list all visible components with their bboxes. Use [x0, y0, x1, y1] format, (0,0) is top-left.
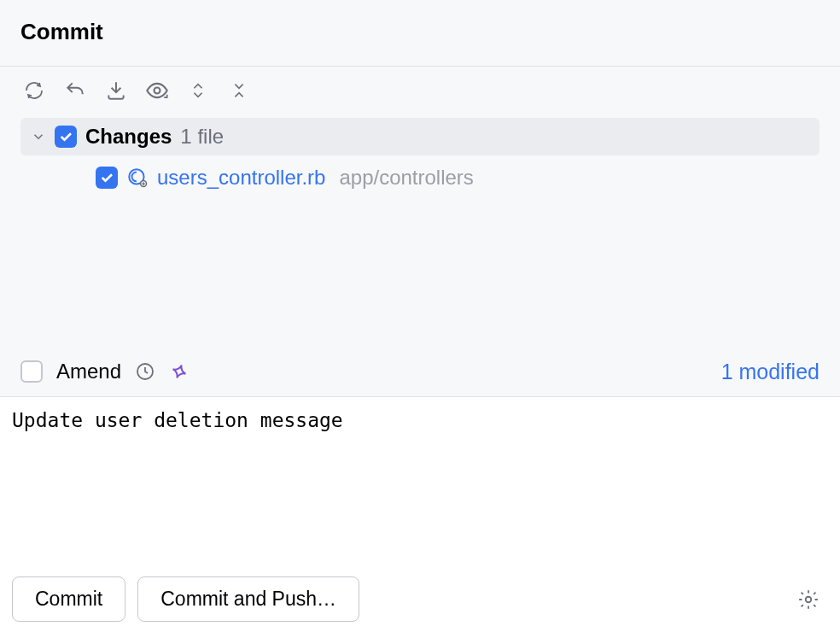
gear-icon[interactable] [797, 588, 820, 611]
chevron-down-icon[interactable] [31, 129, 46, 144]
changes-label: Changes [85, 125, 172, 149]
amend-checkbox[interactable] [20, 360, 43, 383]
commit-and-push-button[interactable]: Commit and Push… [137, 576, 359, 622]
changes-checkbox[interactable] [55, 126, 77, 148]
file-name: users_controller.rb [157, 166, 325, 190]
modified-count[interactable]: 1 modified [721, 360, 820, 384]
shelve-icon[interactable] [104, 79, 128, 102]
panel-title: Commit [20, 19, 820, 45]
refresh-icon[interactable] [22, 79, 46, 102]
expand-all-icon[interactable] [186, 79, 210, 102]
svg-point-0 [155, 88, 160, 94]
changes-count: 1 file [180, 125, 224, 149]
rollback-icon[interactable] [63, 79, 87, 102]
file-row[interactable]: users_controller.rb app/controllers [20, 155, 820, 200]
footer: Commit Commit and Push… [0, 568, 840, 632]
collapse-all-icon[interactable] [227, 79, 251, 102]
history-icon[interactable] [135, 361, 155, 382]
preview-diff-icon[interactable] [145, 79, 169, 102]
ruby-controller-icon [126, 167, 149, 189]
file-checkbox[interactable] [96, 167, 118, 189]
panel-header: Commit [0, 0, 840, 67]
commit-message-area [0, 397, 840, 569]
amend-label: Amend [56, 360, 121, 383]
commit-button[interactable]: Commit [12, 576, 125, 622]
file-path: app/controllers [339, 166, 473, 190]
toolbar [0, 67, 840, 118]
spacer [0, 200, 840, 348]
ai-generate-icon[interactable] [169, 361, 190, 382]
commit-message-input[interactable] [12, 409, 828, 557]
svg-point-4 [806, 596, 812, 602]
changes-section: Changes 1 file users_controller.rb app/c… [0, 118, 840, 200]
changes-header[interactable]: Changes 1 file [20, 118, 820, 155]
amend-row: Amend 1 modified [0, 348, 840, 397]
